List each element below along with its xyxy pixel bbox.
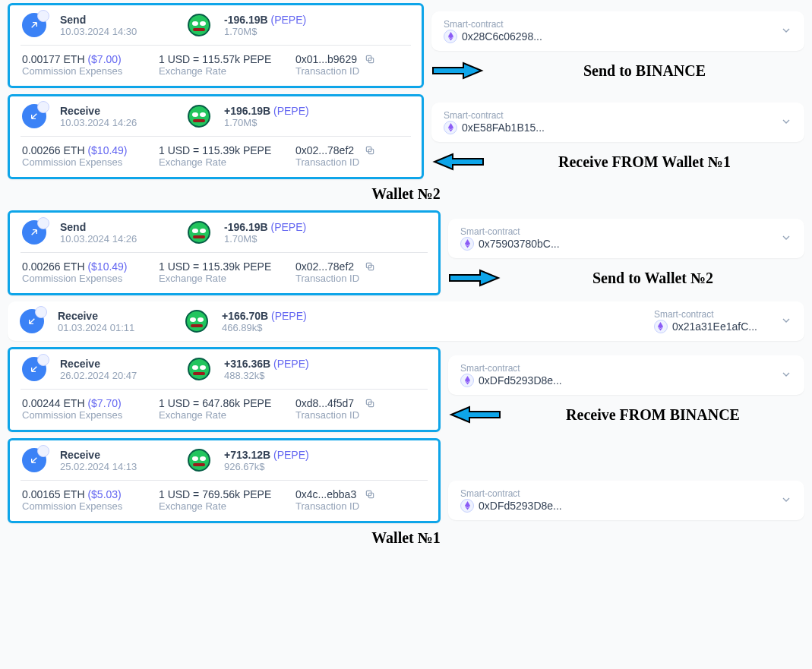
commission-label: Commission Expenses (22, 409, 136, 421)
chevron-down-icon[interactable] (780, 232, 792, 246)
txid-value: 0xd8...4f5d7 (295, 397, 359, 409)
rate-label: Exchange Rate (159, 273, 273, 284)
commission-value: 0.00177 ETH (22, 53, 85, 65)
rate-value: 1 USD = 115.39k PEPE (159, 144, 273, 156)
tx-usd: 466.89k$ (222, 322, 307, 333)
chevron-down-icon[interactable] (780, 24, 792, 39)
tx-ticker: (PEPE) (273, 449, 309, 461)
txid-label: Transaction ID (295, 500, 359, 512)
tx-type: Receive (60, 105, 174, 117)
commission-value: 0.00244 ETH (22, 397, 85, 409)
commission-value: 0.00165 ETH (22, 488, 85, 500)
tx-ticker: (PEPE) (273, 358, 309, 370)
commission-label: Commission Expenses (22, 156, 136, 168)
smart-contract-card[interactable]: Smart-contract 0x75903780bC... (448, 219, 804, 258)
tx-ticker: (PEPE) (273, 105, 309, 117)
arrow-right-icon (431, 62, 485, 80)
commission-label: Commission Expenses (22, 273, 136, 284)
rate-label: Exchange Rate (159, 65, 273, 77)
eth-icon (460, 374, 474, 387)
txid-label: Transaction ID (295, 409, 359, 421)
receive-icon (20, 309, 44, 333)
copy-icon[interactable] (364, 53, 376, 65)
smart-contract-card[interactable]: Smart-contract 0xDFd5293D8e... (448, 355, 804, 395)
tx-usd: 926.67k$ (224, 461, 309, 472)
rate-value: 1 USD = 115.57k PEPE (159, 53, 273, 65)
tx-ticker: (PEPE) (270, 14, 306, 26)
sc-label: Smart-contract (460, 363, 562, 374)
copy-icon[interactable] (364, 144, 376, 156)
rate-value: 1 USD = 115.39k PEPE (159, 260, 273, 273)
chevron-down-icon[interactable] (780, 494, 792, 508)
pepe-icon (188, 358, 210, 380)
smart-contract-card[interactable]: Smart-contract 0xE58FAb1B15... (431, 103, 804, 142)
tx-amount: +713.12B (224, 449, 270, 461)
eth-icon (654, 320, 668, 333)
sc-address: 0x75903780bC... (479, 238, 560, 250)
commission-value: 0.00266 ETH (22, 260, 85, 273)
tx-card[interactable]: Receive 10.03.2024 14:26 +196.19B (PEPE)… (8, 94, 424, 179)
tx-type: Send (60, 14, 174, 26)
txid-label: Transaction ID (295, 156, 359, 168)
rate-label: Exchange Rate (159, 500, 273, 512)
chevron-down-icon[interactable] (780, 368, 792, 383)
annotation-text: Send to BINANCE (485, 62, 804, 80)
tx-date: 01.03.2024 01:11 (58, 322, 172, 333)
tx-date: 10.03.2024 14:26 (60, 117, 174, 128)
tx-amount: -196.19B (224, 221, 268, 233)
copy-icon[interactable] (364, 397, 376, 409)
sc-label: Smart-contract (444, 110, 545, 121)
tx-usd: 1.70M$ (224, 26, 306, 37)
wallet-label: Wallet №1 (8, 529, 804, 547)
eth-icon (444, 30, 457, 43)
send-icon (22, 13, 46, 37)
tx-card[interactable]: Send 10.03.2024 14:26 -196.19B (PEPE) 1.… (8, 210, 441, 295)
rate-value: 1 USD = 647.86k PEPE (159, 397, 273, 409)
txid-value: 0x4c...ebba3 (295, 488, 359, 500)
tx-card[interactable]: Receive 25.02.2024 14:13 +713.12B (PEPE)… (8, 438, 441, 523)
sc-label: Smart-contract (444, 19, 542, 30)
txid-label: Transaction ID (295, 65, 359, 77)
tx-card[interactable]: Receive 01.03.2024 01:11 +166.70B (PEPE)… (8, 301, 804, 341)
pepe-icon (188, 105, 210, 128)
copy-icon[interactable] (364, 260, 376, 273)
chevron-down-icon[interactable] (780, 314, 792, 329)
smart-contract-card[interactable]: Smart-contract 0x28C6c06298... (431, 11, 804, 51)
commission-usd: ($10.49) (87, 144, 127, 156)
pepe-icon (188, 14, 210, 36)
tx-date: 25.02.2024 14:13 (60, 461, 174, 472)
tx-amount: -196.19B (224, 14, 268, 26)
txid-value: 0x01...b9629 (295, 53, 359, 65)
pepe-icon (185, 310, 208, 333)
tx-usd: 1.70M$ (224, 117, 309, 128)
tx-type: Receive (58, 310, 172, 322)
eth-icon (460, 237, 474, 251)
smart-contract-card[interactable]: Smart-contract 0xDFd5293D8e... (448, 481, 804, 520)
tx-amount: +196.19B (224, 105, 270, 117)
rate-value: 1 USD = 769.56k PEPE (159, 488, 273, 500)
tx-type: Receive (60, 358, 174, 370)
tx-card[interactable]: Receive 26.02.2024 20:47 +316.36B (PEPE)… (8, 347, 441, 432)
annotation-text: Send to Wallet №2 (501, 270, 804, 287)
txid-value: 0x02...78ef2 (295, 260, 359, 273)
tx-date: 26.02.2024 20:47 (60, 370, 174, 381)
tx-date: 10.03.2024 14:30 (60, 26, 174, 37)
commission-value: 0.00266 ETH (22, 144, 85, 156)
commission-label: Commission Expenses (22, 500, 136, 512)
eth-icon (444, 121, 457, 134)
sc-address: 0xDFd5293D8e... (479, 374, 562, 387)
pepe-icon (188, 449, 210, 472)
sc-address: 0xDFd5293D8e... (479, 500, 562, 512)
copy-icon[interactable] (364, 488, 376, 500)
commission-usd: ($7.70) (87, 397, 121, 409)
tx-card[interactable]: Send 10.03.2024 14:30 -196.19B (PEPE) 1.… (8, 3, 424, 88)
chevron-down-icon[interactable] (780, 115, 792, 130)
eth-icon (460, 499, 474, 513)
tx-amount: +316.36B (224, 358, 270, 370)
txid-label: Transaction ID (295, 273, 359, 284)
annotation-text: Receive FROM BINANCE (501, 406, 804, 424)
tx-type: Send (60, 221, 174, 233)
annotation-text: Receive FROM Wallet №1 (485, 153, 804, 171)
tx-usd: 1.70M$ (224, 233, 306, 245)
sc-label: Smart-contract (654, 309, 757, 320)
